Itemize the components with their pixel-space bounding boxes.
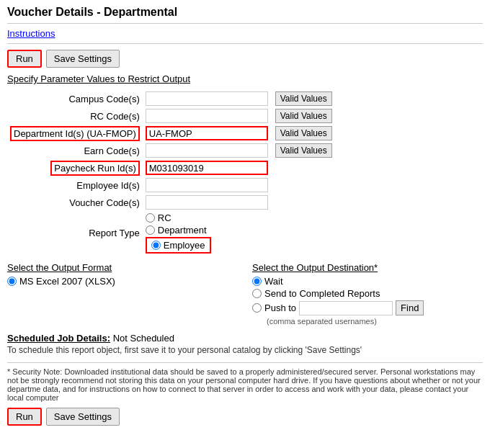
output-format-title: Select the Output Format <box>7 262 238 273</box>
radio-label-rt-employee: Employee <box>164 240 205 251</box>
radio-label-rt-rc: RC <box>158 212 172 223</box>
field-input-department-id[interactable] <box>146 126 268 140</box>
dest-label-dest-wait: Wait <box>264 276 283 287</box>
output-dest-title: Select the Output Destination <box>252 262 483 273</box>
valid-values-btn-department-id[interactable]: Valid Values <box>275 126 332 140</box>
field-input-cell-paycheck-run-id <box>143 159 272 176</box>
field-valid-cell-employee-id <box>272 176 483 194</box>
field-valid-cell-campus-code: Valid Values <box>272 90 483 107</box>
report-type-highlight-rt-employee: Employee <box>146 237 211 254</box>
field-row-campus-code: Campus Code(s)Valid Values <box>7 90 483 107</box>
field-row-voucher-code: Voucher Code(s) <box>7 194 483 211</box>
field-row-earn-code: Earn Code(s)Valid Values <box>7 142 483 159</box>
field-label-department-id: Department Id(s) (UA-FMOP) <box>7 125 143 142</box>
field-input-cell-campus-code <box>143 90 272 107</box>
save-settings-button-bottom[interactable]: Save Settings <box>46 408 120 426</box>
output-destination-section: Select the Output Destination WaitSend t… <box>238 262 483 326</box>
scheduled-note: To schedule this report object, first sa… <box>7 345 483 355</box>
dest-label-dest-completed: Send to Completed Reports <box>264 288 380 299</box>
field-label-campus-code: Campus Code(s) <box>7 90 143 107</box>
field-label-highlight-department-id: Department Id(s) (UA-FMOP) <box>10 126 140 141</box>
report-type-label: Report Type <box>7 211 143 255</box>
field-label-employee-id: Employee Id(s) <box>7 176 143 194</box>
field-input-campus-code[interactable] <box>146 91 268 106</box>
params-section-title: Specify Parameter Values to Restrict Out… <box>7 73 190 84</box>
field-input-cell-rc-code <box>143 107 272 125</box>
radio-dest-wait[interactable] <box>252 277 262 286</box>
field-label-rc-code: RC Code(s) <box>7 107 143 125</box>
report-type-option-rt-employee: Employee <box>146 237 480 254</box>
field-row-paycheck-run-id: Paycheck Run Id(s) <box>7 159 483 176</box>
field-valid-cell-voucher-code <box>272 194 483 211</box>
save-settings-button-top[interactable]: Save Settings <box>46 50 120 68</box>
field-label-earn-code: Earn Code(s) <box>7 142 143 159</box>
field-input-cell-earn-code <box>143 142 272 159</box>
run-button-bottom[interactable]: Run <box>7 408 42 426</box>
radio-fmt-excel[interactable] <box>7 277 17 286</box>
report-type-row: Report Type RCDepartmentEmployee <box>7 211 483 255</box>
radio-rt-department[interactable] <box>146 225 155 235</box>
field-input-cell-employee-id <box>143 176 272 194</box>
field-valid-cell-department-id: Valid Values <box>272 125 483 142</box>
field-input-paycheck-run-id[interactable] <box>146 161 268 175</box>
field-input-earn-code[interactable] <box>146 143 268 158</box>
push-to-input[interactable] <box>299 301 393 315</box>
page-title: Voucher Details - Departmental <box>7 6 483 19</box>
fmt-label-fmt-excel: MS Excel 2007 (XLSX) <box>19 276 115 287</box>
valid-values-btn-campus-code[interactable]: Valid Values <box>275 91 332 106</box>
dest-option-dest-push: Push toFind <box>252 300 483 315</box>
field-valid-cell-earn-code: Valid Values <box>272 142 483 159</box>
field-label-voucher-code: Voucher Code(s) <box>7 194 143 211</box>
comma-note: (comma separated usernames) <box>267 317 483 326</box>
report-type-option-rt-rc: RC <box>146 212 480 223</box>
radio-dest-push[interactable] <box>252 303 262 313</box>
params-table: Campus Code(s)Valid ValuesRC Code(s)Vali… <box>7 90 483 255</box>
report-type-option-rt-department: Department <box>146 225 480 236</box>
field-valid-cell-paycheck-run-id <box>272 159 483 176</box>
dest-label-dest-push: Push to <box>264 303 296 313</box>
scheduled-section: Scheduled Job Details: Not Scheduled To … <box>7 333 483 355</box>
security-note: * Security Note: Downloaded institutiona… <box>7 362 483 402</box>
run-button-top[interactable]: Run <box>7 50 42 68</box>
field-label-highlight-paycheck-run-id: Paycheck Run Id(s) <box>50 161 139 176</box>
dest-option-dest-completed: Send to Completed Reports <box>252 288 483 299</box>
radio-rt-employee[interactable] <box>151 241 161 250</box>
output-format-option-fmt-excel: MS Excel 2007 (XLSX) <box>7 276 238 287</box>
field-row-employee-id: Employee Id(s) <box>7 176 483 194</box>
field-input-employee-id[interactable] <box>146 178 268 192</box>
field-input-rc-code[interactable] <box>146 109 268 123</box>
scheduled-status: Not Scheduled <box>113 333 174 344</box>
find-button[interactable]: Find <box>396 300 424 315</box>
field-label-paycheck-run-id: Paycheck Run Id(s) <box>7 159 143 176</box>
field-input-cell-department-id <box>143 125 272 142</box>
radio-dest-completed[interactable] <box>252 289 262 298</box>
valid-values-btn-earn-code[interactable]: Valid Values <box>275 143 332 158</box>
scheduled-title: Scheduled Job Details: <box>7 333 110 344</box>
output-format-section: Select the Output Format MS Excel 2007 (… <box>7 262 238 326</box>
field-row-department-id: Department Id(s) (UA-FMOP)Valid Values <box>7 125 483 142</box>
radio-rt-rc[interactable] <box>146 213 155 223</box>
radio-label-rt-department: Department <box>158 225 207 236</box>
field-row-rc-code: RC Code(s)Valid Values <box>7 107 483 125</box>
report-type-options: RCDepartmentEmployee <box>143 211 483 255</box>
field-input-voucher-code[interactable] <box>146 195 268 210</box>
valid-values-btn-rc-code[interactable]: Valid Values <box>275 109 332 123</box>
instructions-link[interactable]: Instructions <box>7 28 55 39</box>
dest-option-dest-wait: Wait <box>252 276 483 287</box>
field-valid-cell-rc-code: Valid Values <box>272 107 483 125</box>
field-input-cell-voucher-code <box>143 194 272 211</box>
